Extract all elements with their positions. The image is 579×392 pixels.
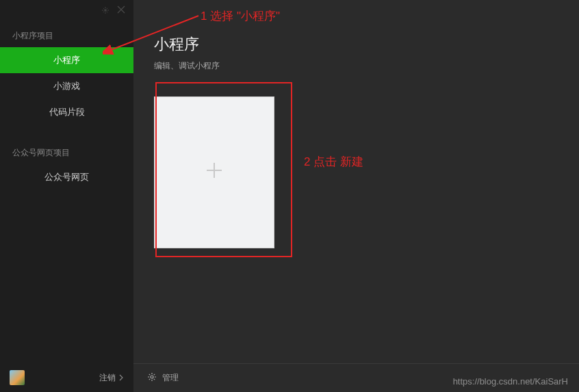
main-header: 小程序 编辑、调试小程序 [133,0,579,76]
sidebar-item-snippet[interactable]: 代码片段 [0,99,133,125]
svg-point-1 [151,376,153,378]
section-header-miniprogram: 小程序项目 [0,21,133,47]
gear-icon[interactable] [147,372,157,384]
projects-area [133,76,579,363]
logout-button[interactable]: 注销 [99,372,124,384]
chevron-right-icon [118,374,124,381]
sidebar-item-webpage[interactable]: 公众号网页 [0,164,133,190]
pin-icon[interactable] [102,4,109,16]
sidebar-footer: 注销 [0,363,133,392]
sidebar: 小程序项目 小程序 小游戏 代码片段 公众号网页项目 公众号网页 注销 [0,0,133,392]
close-icon[interactable] [117,4,125,16]
window-controls [0,0,133,21]
plus-icon [204,158,224,187]
sidebar-item-miniprogram[interactable]: 小程序 [0,47,133,73]
watermark: https://blog.csdn.net/KaiSarH [453,376,568,387]
section-header-webpage: 公众号网页项目 [0,138,133,164]
sidebar-item-minigame[interactable]: 小游戏 [0,73,133,99]
manage-link[interactable]: 管理 [162,372,179,384]
page-subtitle: 编辑、调试小程序 [154,60,558,72]
avatar[interactable] [10,370,25,385]
main-panel: 小程序 编辑、调试小程序 管理 https://blog.csdn.net/Ka… [133,0,579,392]
new-project-button[interactable] [154,96,274,248]
page-title: 小程序 [154,34,558,55]
svg-point-0 [104,9,107,12]
logout-label: 注销 [99,372,116,384]
